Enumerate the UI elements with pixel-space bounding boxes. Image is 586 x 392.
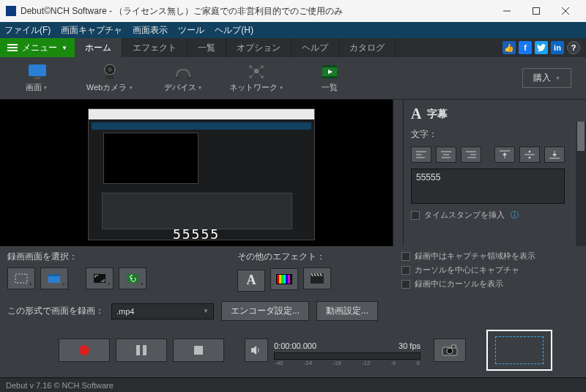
ribbon-device[interactable]: デバイス▼ [146,64,220,93]
ribbon-screen[interactable]: 画面▼ [0,64,73,93]
chevron-down-icon: ▼ [555,75,560,81]
clapper-icon [310,273,324,284]
app-icon [6,6,16,16]
align-center-button[interactable] [436,147,456,163]
facebook-icon[interactable]: f [519,41,532,54]
svg-rect-53 [311,276,324,284]
align-left-button[interactable] [411,147,431,163]
tab-options[interactable]: オプション [226,38,292,57]
menu-display[interactable]: 画面表示 [133,24,168,37]
snapshot-button[interactable] [434,339,466,362]
valign-top-icon [500,150,510,159]
svg-marker-55 [251,346,256,355]
select-reset-button[interactable] [119,267,146,289]
align-left-icon [416,151,426,158]
pause-button[interactable] [116,339,167,362]
chevron-down-icon: ▼ [128,85,133,90]
stop-button[interactable] [173,339,224,362]
checkbox-icon [411,211,420,220]
video-settings-button[interactable]: 動画設定... [316,301,378,321]
volume-button[interactable] [245,339,268,362]
speaker-icon [251,345,262,355]
help-icon[interactable]: ? [567,41,580,54]
linkedin-icon[interactable]: in [551,41,564,54]
select-region-button[interactable] [86,267,114,289]
window-icon [48,273,61,284]
network-icon [246,64,267,80]
center-cursor-checkbox[interactable]: カーソルを中心にキャプチャ [401,265,577,275]
buy-button[interactable]: 購入 ▼ [522,68,571,88]
ribbon-webcam[interactable]: Webカメラ▼ [73,64,146,93]
video-effect-button[interactable] [303,267,331,289]
drop-target[interactable] [486,330,552,371]
svg-rect-5 [34,77,40,79]
time-meter-block: 0:00:00.000 30 fps -40-24-18-12-60 [274,341,420,360]
preview-thumbnail [88,108,315,240]
close-button[interactable] [551,0,580,22]
valign-top-button[interactable] [494,147,515,163]
tab-list[interactable]: 一覧 [188,38,226,57]
ribbon-network[interactable]: ネットワーク▼ [220,64,293,93]
device-icon [173,64,193,80]
caption-a-icon: A [411,106,421,122]
stop-icon [194,346,203,355]
svg-point-7 [108,67,112,72]
elapsed-time: 0:00:00.000 [274,341,316,350]
svg-marker-39 [552,154,557,157]
timestamp-checkbox-row[interactable]: タイムスタンプを挿入 ⓘ [411,210,579,221]
svg-point-57 [447,348,453,354]
tab-home[interactable]: ホーム [75,38,122,57]
twitter-icon[interactable] [535,41,548,54]
menu-help[interactable]: ヘルプ(H) [215,24,253,37]
preview-scrollbar[interactable] [393,100,403,246]
svg-rect-41 [15,274,27,283]
checkbox-icon [401,280,410,289]
text-a-icon: A [247,273,256,288]
menu-tools[interactable]: ツール [178,24,204,37]
window-title: Debut©NCH Software - （ライセンス無し）ご家庭での非営利目的… [21,5,343,18]
menu-capture[interactable]: 画面キャプチャ [61,24,122,37]
caption-text-input[interactable] [411,169,565,204]
other-effects-panel: その他のエフェクト： A [237,251,384,292]
select-fullscreen-button[interactable] [7,267,35,289]
lower-panels: 録画画面を選択： その他のエフェクト： A 録画中はキャプチャ領域枠を表示 カー… [0,246,586,294]
preview-caption-text: 55555 [173,226,220,242]
checkbox-icon [401,266,410,275]
valign-bottom-button[interactable] [544,147,565,163]
capture-options-panel: 録画中はキャプチャ領域枠を表示 カーソルを中心にキャプチャ 録画中にカーソルを表… [394,251,577,292]
align-center-icon [441,151,451,158]
encoder-settings-button[interactable]: エンコーダ設定... [221,301,309,321]
caption-panel: A 字幕 文字： タイムスタンプを挿入 ⓘ [403,100,586,246]
svg-rect-52 [288,275,290,284]
title-bar: Debut©NCH Software - （ライセンス無し）ご家庭での非営利目的… [0,0,586,22]
menu-dropdown-button[interactable]: メニュー ▼ [0,38,75,57]
show-region-checkbox[interactable]: 録画中はキャプチャ領域枠を表示 [401,251,577,262]
record-button[interactable] [59,339,110,362]
valign-middle-button[interactable] [519,147,540,163]
webcam-icon [100,64,120,80]
minimize-button[interactable] [492,0,522,22]
text-effect-button[interactable]: A [237,270,265,292]
format-select[interactable]: .mp4 ▼ [111,303,214,319]
maximize-button[interactable] [522,0,551,22]
color-effect-button[interactable] [270,268,298,290]
main-area: 55555 A 字幕 文字： タイムスタンプを挿入 ⓘ [0,100,586,246]
tab-catalog[interactable]: カタログ [339,38,396,57]
valign-bottom-icon [549,150,560,159]
menu-file[interactable]: ファイル(F) [4,24,51,37]
align-right-button[interactable] [461,147,481,163]
svg-rect-8 [175,77,179,79]
ribbon-list[interactable]: 一覧 [293,64,366,93]
chevron-down-icon: ▼ [62,45,67,51]
like-icon[interactable]: 👍 [502,41,516,54]
minimize-icon [503,7,511,15]
caption-scrollbar[interactable] [576,122,586,246]
select-window-button[interactable] [40,267,68,289]
info-icon[interactable]: ⓘ [511,210,519,221]
svg-marker-37 [528,157,531,159]
tab-effects[interactable]: エフェクト [122,38,188,57]
tab-help[interactable]: ヘルプ [292,38,339,57]
show-cursor-checkbox[interactable]: 録画中にカーソルを表示 [401,278,577,289]
svg-line-15 [251,67,256,71]
menu-dropdown-label: メニュー [22,42,57,54]
